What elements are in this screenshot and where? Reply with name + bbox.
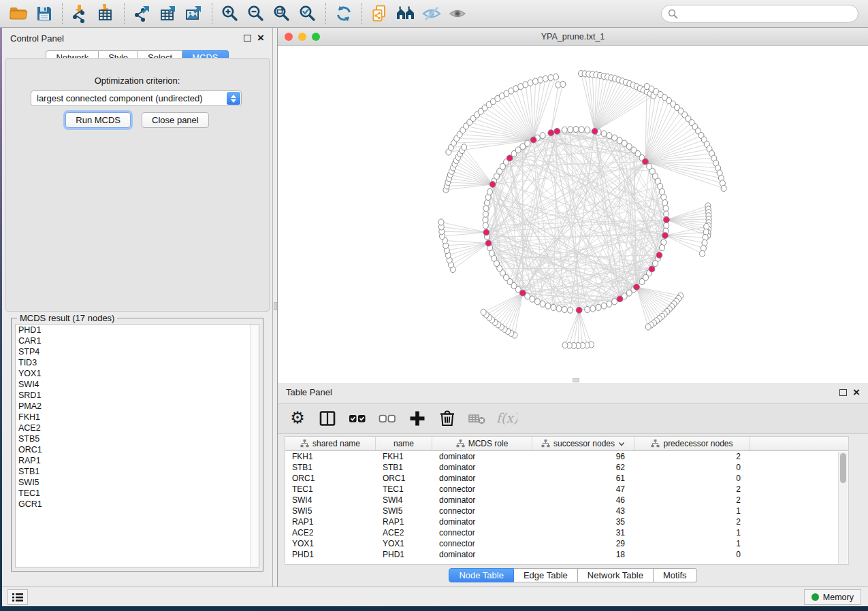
cell[interactable]: 46 (532, 495, 634, 506)
table-row[interactable]: ACE2ACE2connector311 (285, 527, 848, 538)
cell[interactable]: connector (432, 538, 532, 549)
result-list-item[interactable]: PHD1 (16, 325, 259, 335)
cell[interactable]: 1 (634, 538, 750, 549)
table-row[interactable]: YOX1YOX1connector291 (285, 538, 848, 549)
float-table-panel-icon[interactable] (839, 389, 847, 396)
cell[interactable]: connector (432, 484, 532, 495)
export-network-button[interactable] (131, 3, 154, 24)
show-all-button[interactable] (446, 3, 469, 24)
cell[interactable]: connector (432, 527, 532, 538)
search-input[interactable] (682, 7, 852, 20)
close-panel-icon[interactable]: × (257, 35, 264, 42)
zoom-out-button[interactable] (244, 3, 268, 24)
save-session-button[interactable] (33, 3, 56, 24)
hide-selected-button[interactable] (420, 3, 443, 24)
cell[interactable]: connector (432, 506, 532, 516)
cell[interactable]: SWI5 (376, 506, 432, 516)
float-panel-icon[interactable] (244, 35, 251, 42)
result-list-item[interactable]: SWI5 (16, 477, 259, 488)
close-panel-button[interactable]: Close panel (142, 112, 209, 128)
import-network-button[interactable] (69, 3, 92, 24)
cell[interactable]: 47 (532, 484, 634, 495)
cell[interactable]: ORC1 (285, 473, 376, 484)
cell[interactable]: 31 (532, 527, 634, 538)
result-list-item[interactable]: FKH1 (16, 412, 259, 423)
cell[interactable]: ORC1 (376, 473, 432, 484)
splitter-grip[interactable] (274, 302, 277, 310)
unselect-all-columns-button[interactable] (377, 407, 398, 430)
result-list-item[interactable]: YOX1 (16, 368, 259, 379)
cell[interactable]: SWI5 (285, 506, 376, 516)
cell[interactable]: ACE2 (376, 527, 432, 538)
cell[interactable]: dominator (432, 473, 532, 484)
cell[interactable]: RAP1 (285, 516, 376, 527)
export-table-button[interactable] (157, 3, 180, 24)
cell[interactable]: STB1 (376, 462, 432, 473)
cell[interactable]: PHD1 (285, 549, 376, 560)
cell[interactable]: dominator (432, 495, 532, 506)
run-mcds-button[interactable]: Run MCDS (65, 112, 131, 128)
cell[interactable]: STB1 (285, 462, 376, 473)
table-row[interactable]: TEC1TEC1connector472 (285, 484, 848, 495)
cell[interactable]: TEC1 (285, 484, 376, 495)
result-list-item[interactable]: SWI4 (16, 379, 259, 390)
result-list-item[interactable]: PMA2 (16, 401, 259, 412)
task-history-button[interactable] (7, 589, 28, 605)
column-header-shared-name[interactable]: shared name (285, 437, 376, 450)
delete-column-button[interactable] (437, 407, 457, 430)
cell[interactable]: 2 (634, 451, 750, 462)
cell[interactable]: 29 (532, 538, 634, 549)
cell[interactable]: 1 (634, 506, 750, 516)
network-snapshot-button[interactable] (368, 3, 391, 24)
vertical-splitter[interactable] (273, 28, 278, 587)
horizontal-splitter-grip[interactable] (573, 378, 579, 382)
result-list-item[interactable]: STB5 (16, 433, 259, 444)
zoom-selected-button[interactable] (296, 3, 319, 24)
ndex-browser-button[interactable] (394, 3, 417, 24)
tab-motifs[interactable]: Motifs (654, 568, 697, 582)
cell[interactable]: FKH1 (376, 451, 432, 462)
result-list-item[interactable]: CAR1 (16, 335, 259, 346)
cell[interactable]: 0 (634, 549, 750, 560)
result-list-item[interactable]: ACE2 (16, 423, 259, 433)
cell[interactable]: 61 (532, 473, 634, 484)
select-all-columns-button[interactable] (347, 407, 368, 430)
cell[interactable]: SWI4 (376, 495, 432, 506)
column-header-name[interactable]: name (376, 437, 432, 450)
cell[interactable]: 96 (532, 451, 634, 462)
criterion-dropdown[interactable]: largest connected component (undirected) (31, 90, 242, 106)
result-list-item[interactable]: STB1 (16, 466, 259, 477)
cell[interactable]: 18 (532, 549, 634, 560)
tab-network-table[interactable]: Network Table (578, 568, 654, 582)
import-table-button[interactable] (95, 3, 118, 24)
toggle-panes-button[interactable] (317, 407, 338, 430)
cell[interactable]: 1 (634, 527, 750, 538)
cell[interactable]: 2 (634, 495, 750, 506)
cell[interactable]: YOX1 (376, 538, 432, 549)
cell[interactable]: 43 (532, 506, 634, 516)
table-row[interactable]: FKH1FKH1dominator962 (285, 451, 848, 462)
result-list-item[interactable]: GCR1 (16, 499, 259, 510)
network-graph[interactable] (278, 46, 868, 383)
cell[interactable]: dominator (432, 462, 532, 473)
zoom-fit-button[interactable] (270, 3, 293, 24)
zoom-in-button[interactable] (219, 3, 242, 24)
cell[interactable]: 35 (532, 516, 634, 527)
refresh-layout-button[interactable] (332, 3, 355, 24)
column-header-predecessor-nodes[interactable]: predecessor nodes (634, 437, 750, 450)
tab-edge-table[interactable]: Edge Table (514, 568, 578, 582)
column-settings-button[interactable]: ⚙ (287, 407, 308, 430)
result-list-scrollbar[interactable] (250, 325, 259, 567)
result-list-item[interactable]: SRD1 (16, 390, 259, 401)
close-table-panel-icon[interactable]: × (853, 389, 860, 396)
table-row[interactable]: SWI4SWI4dominator462 (285, 495, 848, 506)
column-header-MCDS-role[interactable]: MCDS role (432, 437, 532, 450)
tab-node-table[interactable]: Node Table (449, 568, 514, 582)
cell[interactable]: 62 (532, 462, 634, 473)
result-list-item[interactable]: TID3 (16, 357, 259, 368)
result-list-item[interactable]: RAP1 (16, 455, 259, 466)
table-row[interactable]: PHD1PHD1dominator180 (285, 549, 848, 560)
cell[interactable]: dominator (432, 451, 532, 462)
mcds-result-list[interactable]: PHD1CAR1STP4TID3YOX1SWI4SRD1PMA2FKH1ACE2… (15, 324, 259, 567)
add-column-button[interactable] (407, 407, 428, 430)
